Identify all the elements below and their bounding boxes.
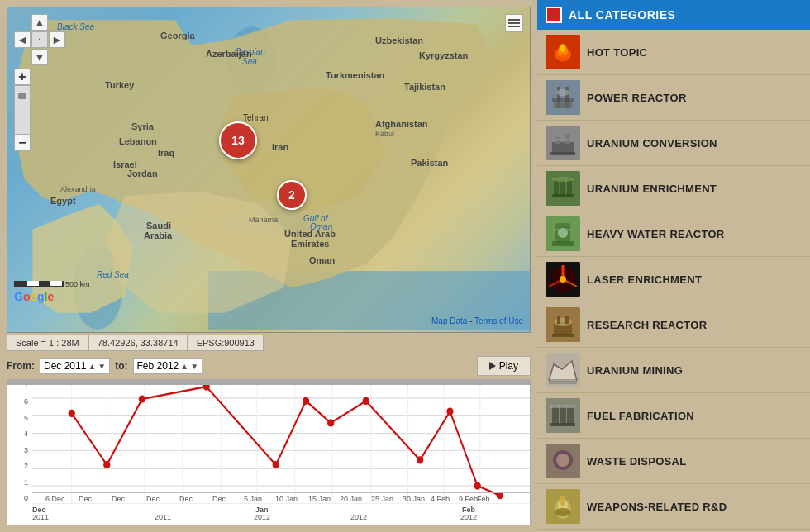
y-label-2: 2 [9, 462, 31, 470]
svg-point-35 [363, 397, 369, 405]
to-date-arrow-up[interactable]: ▲ [180, 362, 188, 371]
fuel-fabrication-label: FUEL FABRICATION [587, 410, 694, 422]
label-sea: Sea [242, 57, 257, 66]
label-lebanon: Lebanon [119, 136, 157, 146]
svg-rect-56 [554, 139, 572, 140]
from-date-select[interactable]: Dec 2011 ▲ ▼ [40, 358, 110, 374]
period-feb-2012-year: 2012 [460, 513, 477, 521]
map-data-link: Map Data - Terms of Use [431, 316, 523, 325]
category-fuel-fabrication[interactable]: FUEL FABRICATION [537, 393, 810, 439]
label-syria: Syria [131, 121, 154, 131]
label-iraq: Iraq [158, 148, 174, 158]
research-reactor-icon [546, 307, 580, 342]
svg-rect-85 [567, 406, 574, 425]
y-label-5: 5 [9, 414, 31, 422]
chart-drawing-area [32, 380, 530, 504]
from-date-arrow-down[interactable]: ▼ [98, 362, 106, 371]
svg-point-76 [554, 318, 572, 326]
map-pan-controls: ▲ ◄ · ► ▼ + − [14, 14, 65, 151]
x-6dec: 6 Dec [45, 495, 65, 503]
power-reactor-icon [546, 80, 580, 115]
x-20jan: 20 Jan [340, 495, 362, 503]
svg-rect-6 [508, 22, 520, 24]
x-31dec: 31Dec [212, 492, 226, 503]
hot-topic-icon [546, 35, 580, 69]
label-caspian: Caspian [235, 47, 265, 56]
period-jan-2012-year: 2012 [254, 513, 270, 521]
svg-rect-52 [552, 142, 574, 154]
weapons-related-icon [546, 489, 580, 524]
svg-rect-78 [565, 316, 569, 324]
map-status-bar: Scale = 1 : 28M 78.42926, 33.38714 EPSG:… [7, 335, 531, 351]
x-30jan: 30 Jan [403, 495, 425, 503]
all-categories-icon [546, 7, 562, 23]
pan-left-btn[interactable]: ◄ [14, 31, 31, 48]
x-15jan: 15 Jan [308, 495, 331, 503]
category-uranium-conversion[interactable]: URANIUM CONVERSION [537, 121, 810, 166]
label-arabia: Arabia [144, 230, 172, 240]
category-uranium-mining[interactable]: URANIUM MINING [537, 348, 810, 393]
chart-svg [32, 380, 530, 504]
category-hot-topic[interactable]: HOT TOPIC [537, 30, 810, 75]
cluster-marker-13[interactable]: 13 [219, 121, 257, 159]
to-date-arrow-down[interactable]: ▼ [190, 362, 198, 371]
category-research-reactor[interactable]: RESEARCH REACTOR [537, 302, 810, 348]
category-uranium-enrichment[interactable]: URANIUM ENRICHMENT [537, 166, 810, 211]
pan-center-btn[interactable]: · [31, 31, 48, 48]
uranium-conversion-label: URANIUM CONVERSION [587, 137, 717, 150]
category-laser-enrichment[interactable]: LASER ENRICHMENT [537, 257, 810, 302]
label-emirates: Emirates [291, 239, 329, 249]
label-georgia: Georgia [160, 31, 195, 40]
period-2012-label: 2012 [350, 513, 367, 521]
uranium-mining-icon [546, 353, 580, 387]
layer-toggle-btn[interactable] [505, 14, 523, 32]
category-waste-disposal[interactable]: WASTE DISPOSAL [537, 439, 810, 484]
svg-point-2 [217, 210, 317, 235]
x-25jan: 25 Jan [371, 495, 393, 503]
play-button[interactable]: Play [477, 356, 531, 376]
all-categories-header[interactable]: ALL CATEGORIES [537, 0, 810, 30]
y-axis: 0 1 2 3 4 5 6 7 [7, 380, 32, 504]
svg-rect-49 [554, 102, 572, 108]
coordinates-status: 78.42926, 33.38714 [88, 335, 188, 351]
zoom-out-btn[interactable]: − [14, 135, 31, 151]
category-heavy-water-reactor[interactable]: HEAVY WATER REACTOR [537, 211, 810, 257]
label-alexandria: Alexandria [60, 185, 96, 193]
svg-point-38 [474, 482, 481, 489]
svg-point-44 [559, 54, 567, 62]
zoom-in-btn[interactable]: + [14, 69, 31, 85]
pan-right-btn[interactable]: ► [49, 31, 65, 48]
x-4feb: 4 Feb [431, 495, 450, 503]
scale-status: Scale = 1 : 28M [7, 335, 88, 351]
category-power-reactor[interactable]: POWER REACTOR [537, 75, 810, 121]
from-date-value: Dec 2011 [44, 360, 86, 372]
date-controls: From: Dec 2011 ▲ ▼ to: Feb 2012 ▲ ▼ Play [7, 356, 531, 376]
uranium-enrichment-icon [546, 171, 580, 206]
category-weapons-related[interactable]: WEAPONS-RELATED R&D [537, 484, 810, 530]
period-dec-2011-year: 2011 [32, 513, 49, 521]
svg-rect-79 [552, 334, 574, 337]
to-date-select[interactable]: Feb 2012 ▲ ▼ [133, 358, 203, 374]
pan-down-btn[interactable]: ▼ [31, 49, 48, 65]
to-date-value: Feb 2012 [137, 360, 179, 372]
svg-point-50 [556, 89, 569, 96]
svg-point-37 [446, 407, 453, 415]
uranium-enrichment-label: URANIUM ENRICHMENT [587, 183, 717, 195]
chart-scrollbar[interactable] [7, 380, 530, 385]
svg-rect-61 [552, 194, 574, 197]
label-saudi: Saudi [146, 221, 171, 230]
label-turkmenistan: Turkmenistan [326, 70, 384, 80]
map-data-anchor[interactable]: Map Data [431, 316, 467, 325]
svg-rect-83 [552, 406, 559, 425]
label-israel: Israel [113, 159, 137, 169]
label-turkey: Turkey [105, 80, 134, 90]
cluster-marker-2[interactable]: 2 [277, 180, 307, 210]
play-label: Play [499, 360, 518, 372]
terms-link[interactable]: Terms of Use [474, 316, 523, 325]
pan-up-btn[interactable]: ▲ [31, 14, 48, 31]
zoom-slider-thumb[interactable] [18, 93, 26, 99]
laser-enrichment-icon [546, 262, 580, 297]
label-gulf-oman: Gulf of [303, 214, 327, 223]
label-tehran: Tehran [243, 113, 269, 122]
from-date-arrow-up[interactable]: ▲ [88, 362, 96, 371]
